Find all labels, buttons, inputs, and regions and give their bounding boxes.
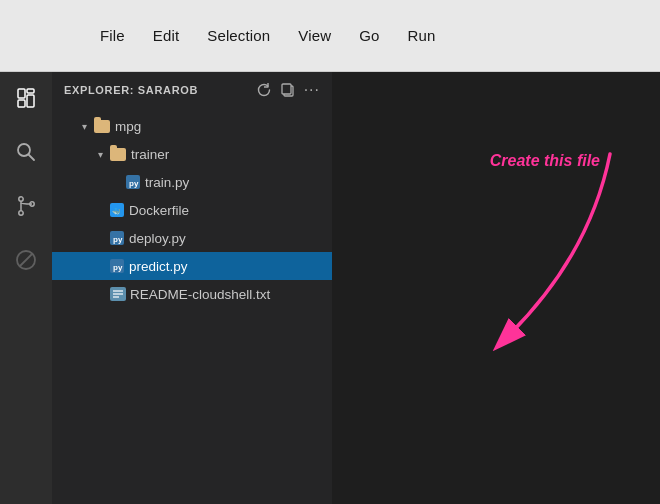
file-dockerfile-label: Dockerfile — [129, 203, 189, 218]
folder-mpg-label: mpg — [115, 119, 141, 134]
svg-line-11 — [20, 254, 33, 267]
svg-text:🐳: 🐳 — [112, 207, 121, 216]
folder-trainer-label: trainer — [131, 147, 169, 162]
txt-icon — [110, 287, 126, 301]
chevron-down-icon: ▾ — [76, 121, 92, 132]
activity-git-icon[interactable] — [8, 188, 44, 224]
explorer-header: EXPLORER: SARAROB ··· — [52, 72, 332, 108]
docker-icon: 🐳 — [110, 203, 124, 217]
menu-file[interactable]: File — [100, 27, 125, 44]
chevron-down-icon-trainer: ▾ — [92, 149, 108, 160]
tree-item-deploy-py[interactable]: py deploy.py — [52, 224, 332, 252]
svg-rect-0 — [18, 89, 25, 98]
tree-item-readme[interactable]: README-cloudshell.txt — [52, 280, 332, 308]
file-train-py-label: train.py — [145, 175, 189, 190]
copy-layout-icon[interactable] — [280, 82, 296, 98]
menu-go[interactable]: Go — [359, 27, 379, 44]
svg-text:py: py — [113, 235, 123, 244]
activity-disabled-icon[interactable] — [8, 242, 44, 278]
explorer-title: EXPLORER: SARAROB — [64, 84, 198, 96]
svg-line-5 — [29, 155, 35, 161]
svg-rect-1 — [18, 100, 25, 107]
explorer-panel: EXPLORER: SARAROB ··· — [52, 72, 332, 504]
activity-search-icon[interactable] — [8, 134, 44, 170]
menu-run[interactable]: Run — [407, 27, 435, 44]
tree-item-trainer[interactable]: ▾ trainer — [52, 140, 332, 168]
file-tree: ▾ mpg ▾ trainer py — [52, 108, 332, 504]
file-deploy-py-label: deploy.py — [129, 231, 186, 246]
annotation-arrow — [470, 134, 650, 364]
main-layout: EXPLORER: SARAROB ··· — [0, 72, 660, 504]
python-icon-deploy: py — [110, 231, 124, 245]
tree-item-predict-py[interactable]: py predict.py — [52, 252, 332, 280]
svg-rect-3 — [27, 95, 34, 107]
python-icon-predict: py — [110, 259, 124, 273]
menu-view[interactable]: View — [298, 27, 331, 44]
menubar: File Edit Selection View Go Run — [0, 0, 660, 72]
activity-bar — [0, 72, 52, 504]
svg-text:py: py — [129, 179, 139, 188]
svg-rect-13 — [282, 84, 291, 94]
svg-point-6 — [19, 197, 23, 201]
annotation-area: Create this file — [332, 72, 660, 504]
menu-edit[interactable]: Edit — [153, 27, 179, 44]
python-icon: py — [126, 175, 140, 189]
file-readme-label: README-cloudshell.txt — [130, 287, 270, 302]
activity-explorer-icon[interactable] — [8, 80, 44, 116]
tree-item-dockerfile[interactable]: 🐳 Dockerfile — [52, 196, 332, 224]
svg-point-7 — [19, 211, 23, 215]
menu-selection[interactable]: Selection — [207, 27, 270, 44]
refresh-icon[interactable] — [256, 82, 272, 98]
explorer-actions: ··· — [256, 81, 320, 99]
tree-item-mpg[interactable]: ▾ mpg — [52, 112, 332, 140]
file-predict-py-label: predict.py — [129, 259, 188, 274]
tree-item-train-py[interactable]: py train.py — [52, 168, 332, 196]
svg-rect-2 — [27, 89, 34, 93]
svg-text:py: py — [113, 263, 123, 272]
more-actions-icon[interactable]: ··· — [304, 81, 320, 99]
